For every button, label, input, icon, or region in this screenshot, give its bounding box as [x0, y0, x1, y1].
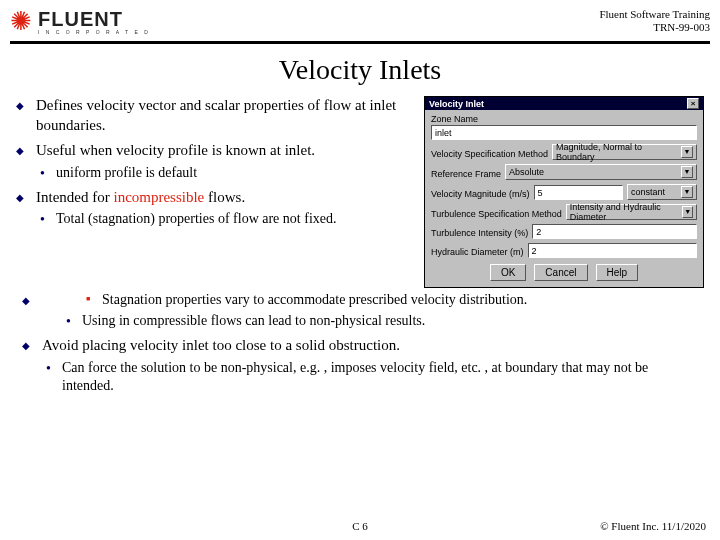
header-meta: Fluent Software Training TRN-99-003 [599, 8, 710, 34]
copyright: © Fluent Inc. 11/1/2020 [600, 520, 706, 532]
sub-bullet-item: Total (stagnation) properties of flow ar… [36, 210, 416, 228]
bullet-text: Useful when velocity profile is known at… [36, 142, 315, 158]
page-title: Velocity Inlets [10, 54, 710, 86]
hyd-diameter-label: Hydraulic Diameter (m) [431, 247, 524, 257]
vsm-value: Magnitude, Normal to Boundary [556, 142, 681, 162]
tsm-label: Turbulence Specification Method [431, 209, 562, 219]
velocity-inlet-dialog: Velocity Inlet × Zone Name inlet Velocit… [424, 96, 704, 288]
zone-name-input[interactable]: inlet [431, 125, 697, 140]
dialog-button-row: OK Cancel Help [431, 264, 697, 281]
square-bullet-text: Stagnation properties vary to accommodat… [102, 292, 527, 307]
ref-frame-label: Reference Frame [431, 169, 501, 179]
hyd-diameter-input[interactable]: 2 [528, 243, 697, 258]
dialog-title-text: Velocity Inlet [429, 99, 484, 109]
sub-bullet-list: Using in compressible flows can lead to … [62, 312, 698, 330]
sub-bullet-list: Total (stagnation) properties of flow ar… [36, 210, 416, 228]
brand-subtitle: I N C O R P O R A T E D [38, 29, 150, 35]
doc-id: TRN-99-003 [599, 21, 710, 34]
square-bullet-item: Stagnation properties vary to accommodat… [82, 291, 698, 309]
dialog-panel: Velocity Inlet × Zone Name inlet Velocit… [424, 96, 704, 288]
sub-bullet-text: Can force the solution to be non-physica… [62, 360, 648, 393]
bullet-text: Avoid placing velocity inlet too close t… [42, 337, 400, 353]
brand-text-wrap: FLUENT I N C O R P O R A T E D [38, 8, 150, 35]
bullet-text-em: incompressible [113, 189, 204, 205]
lower-bullets: Stagnation properties vary to accommodat… [10, 291, 710, 395]
main-bullet-list: Defines velocity vector and scalar prope… [16, 96, 416, 228]
vmag-label: Velocity Magnitude (m/s) [431, 189, 530, 199]
dialog-body: Zone Name inlet Velocity Specification M… [425, 110, 703, 287]
text-column: Defines velocity vector and scalar prope… [16, 96, 416, 288]
chevron-down-icon: ▼ [682, 206, 693, 218]
help-button[interactable]: Help [596, 264, 639, 281]
sub-bullet-item: uniform profile is default [36, 164, 416, 182]
sub-bullet-text: Using in compressible flows can lead to … [82, 313, 425, 328]
vmag-input[interactable]: 5 [534, 185, 623, 200]
tsm-select[interactable]: Intensity and Hydraulic Diameter ▼ [566, 204, 697, 220]
sub-bullet-item: Using in compressible flows can lead to … [62, 312, 698, 330]
sub-bullet-list: Can force the solution to be non-physica… [42, 359, 698, 395]
bullet-text-post: flows. [204, 189, 245, 205]
ref-frame-value: Absolute [509, 167, 544, 177]
turb-intensity-label: Turbulence Intensity (%) [431, 228, 528, 238]
sub-bullet-text: uniform profile is default [56, 165, 197, 180]
bullet-text-pre: Intended for [36, 189, 113, 205]
brand-logo: ✺ FLUENT I N C O R P O R A T E D [10, 8, 150, 35]
tsm-value: Intensity and Hydraulic Diameter [570, 202, 683, 222]
bullet-text: Defines velocity vector and scalar prope… [36, 97, 396, 133]
turb-intensity-value: 2 [536, 227, 541, 237]
turb-intensity-input[interactable]: 2 [532, 224, 697, 239]
sub-bullet-list: uniform profile is default [36, 164, 416, 182]
vsm-select[interactable]: Magnitude, Normal to Boundary ▼ [552, 144, 697, 160]
cancel-button[interactable]: Cancel [534, 264, 587, 281]
chevron-down-icon: ▼ [681, 146, 693, 158]
header-bar: ✺ FLUENT I N C O R P O R A T E D Fluent … [10, 8, 710, 44]
content-row: Defines velocity vector and scalar prope… [10, 96, 710, 288]
bullet-item: Intended for incompressible flows. Total… [16, 188, 416, 229]
hyd-diameter-value: 2 [532, 246, 537, 256]
chevron-down-icon: ▼ [681, 186, 693, 198]
bullet-item: Useful when velocity profile is known at… [16, 141, 416, 182]
slide-page: ✺ FLUENT I N C O R P O R A T E D Fluent … [0, 0, 720, 540]
close-icon[interactable]: × [687, 98, 699, 109]
footer: C 6 © Fluent Inc. 11/1/2020 [0, 520, 720, 532]
training-line: Fluent Software Training [599, 8, 710, 21]
vmag-mode-value: constant [631, 187, 665, 197]
vmag-mode-select[interactable]: constant ▼ [627, 184, 697, 200]
main-bullet-list: Avoid placing velocity inlet too close t… [22, 336, 698, 395]
ok-button[interactable]: OK [490, 264, 526, 281]
starburst-icon: ✺ [10, 9, 32, 35]
dialog-titlebar: Velocity Inlet × [425, 97, 703, 110]
nested-wrapper: Stagnation properties vary to accommodat… [22, 291, 698, 330]
sub-bullet-item: Can force the solution to be non-physica… [42, 359, 698, 395]
zone-name-label: Zone Name [431, 114, 697, 124]
chevron-down-icon: ▼ [681, 166, 693, 178]
zone-name-value: inlet [435, 128, 452, 138]
vmag-value: 5 [538, 188, 543, 198]
vsm-label: Velocity Specification Method [431, 149, 548, 159]
ref-frame-select[interactable]: Absolute ▼ [505, 164, 697, 180]
bullet-item: Avoid placing velocity inlet too close t… [22, 336, 698, 395]
brand-name: FLUENT [38, 8, 150, 31]
bullet-item: Defines velocity vector and scalar prope… [16, 96, 416, 135]
sub-bullet-text: Total (stagnation) properties of flow ar… [56, 211, 337, 226]
square-bullet-list: Stagnation properties vary to accommodat… [82, 291, 698, 309]
